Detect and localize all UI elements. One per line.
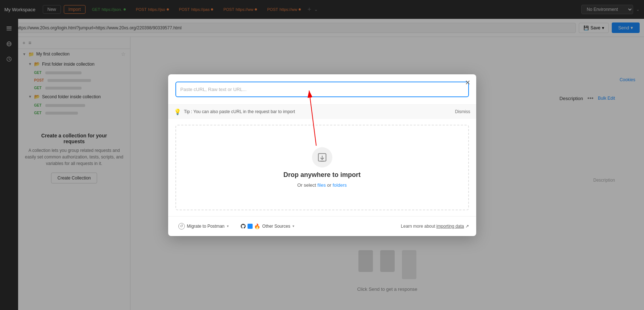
tip-icon: 💡 (174, 108, 181, 115)
modal-close-button[interactable]: ✕ (465, 79, 470, 86)
importing-data-link[interactable]: importing data (436, 224, 464, 229)
drop-folders-link[interactable]: folders (333, 182, 347, 188)
github-icon (240, 223, 246, 229)
drop-zone-wrapper: Drop anywhere to import Or select files … (168, 125, 476, 210)
bitbucket-icon (248, 224, 253, 229)
import-modal: ✕ 💡 Tip : You can also paste cURL in the… (168, 74, 476, 236)
migrate-button[interactable]: ↺ Migrate to Postman ▾ (175, 222, 232, 231)
tip-text: Tip : You can also paste cURL in the req… (184, 109, 295, 114)
drop-icon (312, 147, 332, 168)
tip-bar: 💡 Tip : You can also paste cURL in the r… (168, 104, 476, 119)
learn-more-prefix: Learn more about (401, 224, 436, 229)
firebase-icon: 🔥 (254, 223, 260, 229)
drop-prefix: Or select (297, 182, 317, 188)
migrate-icon: ↺ (178, 223, 185, 230)
drop-zone[interactable]: Drop anywhere to import Or select files … (175, 125, 469, 210)
dismiss-button[interactable]: Dismiss (455, 109, 470, 114)
drop-title: Drop anywhere to import (283, 171, 361, 179)
import-input-wrapper (175, 82, 469, 97)
other-sources-label: Other Sources (262, 224, 290, 229)
drop-subtitle: Or select files or folders (297, 182, 347, 188)
other-sources-icons: 🔥 (240, 223, 260, 229)
learn-more: Learn more about importing data ↗ (401, 224, 469, 229)
modal-footer: ↺ Migrate to Postman ▾ 🔥 Other Sources ▾… (168, 216, 476, 236)
migrate-chevron: ▾ (227, 224, 229, 228)
learn-more-arrow: ↗ (465, 224, 469, 229)
other-sources-button[interactable]: 🔥 Other Sources ▾ (237, 222, 297, 231)
modal-content (168, 74, 476, 104)
import-input[interactable] (180, 84, 464, 95)
other-sources-chevron: ▾ (292, 224, 294, 228)
drop-or: or (326, 182, 333, 188)
migrate-label: Migrate to Postman (187, 224, 225, 229)
drop-files-link[interactable]: files (317, 182, 326, 188)
